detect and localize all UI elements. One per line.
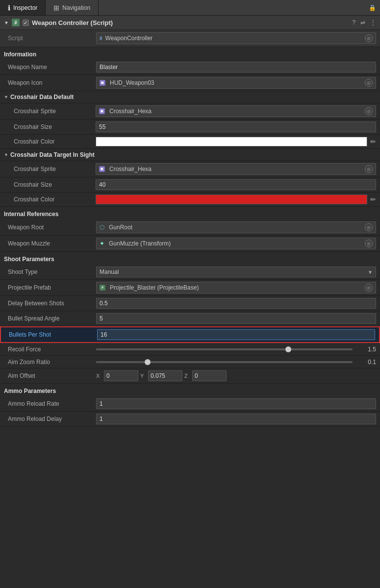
weapon-muzzle-icon: ✦ — [100, 240, 104, 247]
projectile-prefab-icon: # — [100, 285, 105, 291]
aim-zoom-slider-track[interactable] — [96, 361, 353, 363]
ammo-reload-delay-label: Ammo Reload Delay — [8, 416, 96, 422]
section-information: Information — [0, 47, 380, 60]
aim-offset-x-input[interactable] — [104, 370, 138, 381]
section-internal-refs: Internal References — [0, 207, 380, 220]
delay-shots-label: Delay Between Shots — [8, 300, 96, 307]
script-value-field[interactable]: # WeaponController ◎ — [96, 32, 376, 44]
ammo-reload-rate-input[interactable] — [96, 398, 376, 409]
crosshair-target-color-swatch[interactable] — [96, 195, 367, 204]
weapon-name-value — [96, 62, 376, 73]
bullets-per-shot-input[interactable] — [97, 329, 375, 340]
lock-icon[interactable]: 🔒 — [369, 4, 376, 11]
crosshair-default-size-input[interactable] — [96, 122, 376, 132]
crosshair-target-sprite-ref[interactable]: ▣ Crosshair_Hexa ◎ — [96, 163, 376, 175]
recoil-force-slider-thumb[interactable] — [285, 346, 291, 352]
recoil-force-label: Recoil Force — [8, 346, 96, 353]
shoot-type-label: Shoot Type — [8, 269, 96, 275]
weapon-icon-sprite-icon: ▣ — [100, 80, 105, 86]
aim-offset-y-input[interactable] — [148, 370, 182, 381]
weapon-muzzle-ref[interactable]: ✦ GunMuzzle (Transform) ◎ — [96, 238, 376, 249]
recoil-force-slider-fill — [96, 348, 288, 350]
aim-offset-z-input[interactable] — [192, 370, 227, 381]
crosshair-default-color-field: ✏ — [96, 137, 376, 147]
shoot-type-dropdown[interactable]: Manual ▼ — [96, 267, 376, 277]
section-information-title: Information — [4, 51, 36, 58]
crosshair-target-sprite-btn[interactable]: ◎ — [365, 165, 373, 173]
crosshair-target-eyedropper[interactable]: ✏ — [370, 196, 376, 203]
menu-button[interactable]: ⋮ — [370, 19, 376, 26]
recoil-force-slider-track[interactable] — [96, 348, 353, 350]
tab-navigation[interactable]: ⊞ Navigation — [46, 0, 99, 15]
aim-offset-vec3: X Y Z — [96, 370, 227, 381]
ammo-reload-delay-input[interactable] — [96, 414, 376, 424]
settings-button[interactable]: ⇌ — [360, 19, 365, 26]
crosshair-default-sprite-ref[interactable]: ▣ Crosshair_Hexa ◎ — [96, 105, 376, 117]
ammo-reload-delay-value — [96, 414, 376, 424]
prop-aim-zoom: Aim Zoom Ratio 0.1 — [0, 356, 380, 368]
crosshair-default-sprite-btn[interactable]: ◎ — [365, 107, 373, 115]
aim-offset-y-label: Y — [140, 373, 146, 379]
crosshair-default-title: Crosshair Data Default — [10, 94, 74, 100]
projectile-prefab-ref[interactable]: # Projectile_Blaster (ProjectileBase) ◎ — [96, 282, 376, 294]
aim-offset-z-label: Z — [184, 373, 190, 379]
weapon-root-ref[interactable]: ⬡ GunRoot ◎ — [96, 221, 376, 233]
delay-shots-input[interactable] — [96, 298, 376, 309]
spread-angle-input[interactable] — [96, 313, 376, 324]
crosshair-default-eyedropper[interactable]: ✏ — [370, 138, 376, 146]
crosshair-default-section: Crosshair Sprite ▣ Crosshair_Hexa ◎ Cros… — [0, 103, 380, 149]
tab-inspector[interactable]: ℹ Inspector — [0, 0, 46, 15]
prop-recoil-force: Recoil Force 1.5 — [0, 343, 380, 356]
help-button[interactable]: ? — [352, 19, 355, 26]
crosshair-target-color-field: ✏ — [96, 195, 376, 204]
aim-zoom-label: Aim Zoom Ratio — [8, 359, 96, 366]
prop-ammo-reload-delay: Ammo Reload Delay — [0, 412, 380, 427]
prop-weapon-muzzle: Weapon Muzzle ✦ GunMuzzle (Transform) ◎ — [0, 236, 380, 252]
spread-angle-label: Bullet Spread Angle — [8, 315, 96, 322]
crosshair-target-sprite-value: ▣ Crosshair_Hexa ◎ — [96, 163, 376, 175]
prop-crosshair-target-size: Crosshair Size — [0, 177, 380, 193]
tabs-bar-actions: 🔒 — [369, 0, 380, 15]
crosshair-default-size-label: Crosshair Size — [14, 123, 96, 130]
crosshair-target-color-value: ✏ — [96, 195, 376, 204]
aim-zoom-slider-container: 0.1 — [96, 359, 376, 366]
collapse-arrow[interactable]: ▼ — [4, 20, 9, 25]
crosshair-default-header[interactable]: ▼ Crosshair Data Default — [0, 91, 380, 103]
ammo-reload-rate-value — [96, 398, 376, 409]
projectile-prefab-label: Projectile Prefab — [8, 284, 96, 291]
section-ammo-params-title: Ammo Parameters — [4, 388, 56, 394]
header-icons: ? ⇌ ⋮ — [352, 19, 376, 26]
crosshair-target-title: Crosshair Data Target In Sight — [10, 151, 95, 158]
component-header: ▼ # ✓ Weapon Controller (Script) ? ⇌ ⋮ — [0, 16, 380, 30]
component-enable-checkbox[interactable]: ✓ — [23, 20, 29, 26]
crosshair-default-sprite-icon: ▣ — [99, 108, 105, 114]
crosshair-default-arrow: ▼ — [4, 95, 8, 99]
crosshair-target-color-label: Crosshair Color — [14, 196, 96, 203]
crosshair-target-header[interactable]: ▼ Crosshair Data Target In Sight — [0, 149, 380, 161]
crosshair-target-sprite-label: Crosshair Sprite — [14, 166, 96, 172]
aim-offset-label: Aim Offset — [8, 372, 96, 379]
aim-zoom-slider-thumb[interactable] — [145, 359, 151, 365]
script-row: Script # WeaponController ◎ — [0, 30, 380, 47]
bullets-per-shot-value — [97, 329, 375, 340]
recoil-force-value: 1.5 — [356, 346, 376, 353]
weapon-muzzle-select-btn[interactable]: ◎ — [365, 240, 373, 247]
tab-inspector-label: Inspector — [13, 4, 37, 11]
weapon-root-select-btn[interactable]: ◎ — [365, 223, 373, 231]
weapon-muzzle-ref-name: GunMuzzle (Transform) — [109, 240, 362, 247]
script-select-button[interactable]: ◎ — [365, 34, 373, 42]
crosshair-default-color-swatch[interactable] — [96, 137, 367, 147]
projectile-prefab-select-btn[interactable]: ◎ — [365, 284, 373, 292]
weapon-muzzle-label: Weapon Muzzle — [8, 240, 96, 247]
crosshair-default-sprite-value: ▣ Crosshair_Hexa ◎ — [96, 105, 376, 117]
crosshair-target-size-input[interactable] — [96, 179, 376, 190]
prop-weapon-name: Weapon Name — [0, 60, 380, 75]
shoot-type-chevron: ▼ — [368, 270, 373, 275]
weapon-name-input[interactable] — [96, 62, 376, 73]
crosshair-target-size-label: Crosshair Size — [14, 181, 96, 188]
weapon-icon-ref[interactable]: ▣ HUD_Weapon03 ◎ — [96, 77, 376, 89]
aim-offset-value: X Y Z — [96, 370, 376, 381]
shoot-type-value: Manual ▼ — [96, 267, 376, 277]
prop-crosshair-target-sprite: Crosshair Sprite ▣ Crosshair_Hexa ◎ — [0, 161, 380, 177]
weapon-icon-select-btn[interactable]: ◎ — [365, 79, 373, 87]
